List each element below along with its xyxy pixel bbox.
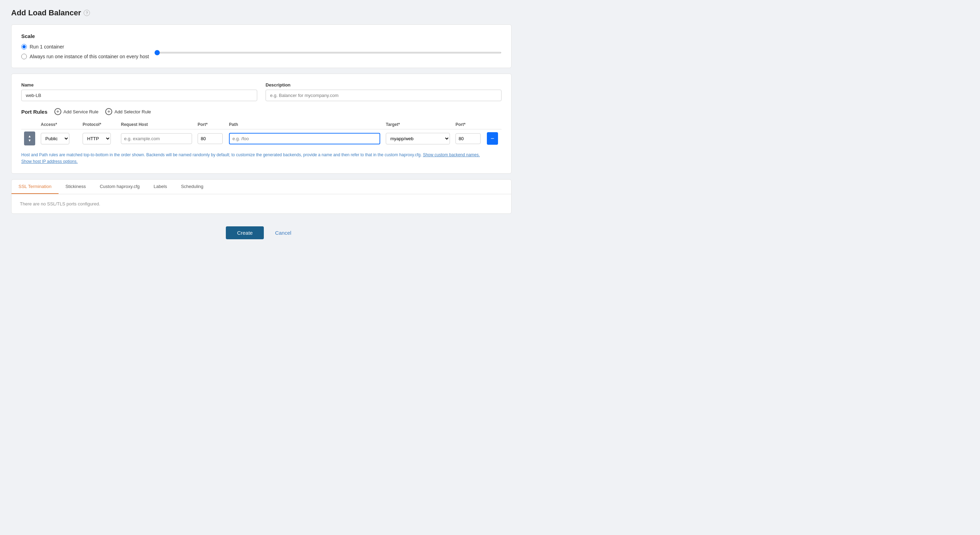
reorder-cell: ▲ ▼ xyxy=(21,129,38,148)
create-button[interactable]: Create xyxy=(226,226,264,239)
arrow-down-icon: ▼ xyxy=(28,139,31,142)
target-select-wrap: myapp/web xyxy=(386,133,450,144)
tab-haproxy-label: Custom haproxy.cfg xyxy=(100,184,140,189)
col-host-header: Request Host xyxy=(118,120,195,129)
port-rules-table: Access* Protocol* Request Host Port* Pat… xyxy=(21,120,501,147)
show-host-ip-link[interactable]: Show host IP address options. xyxy=(21,158,501,165)
name-input[interactable] xyxy=(21,89,257,101)
description-label: Description xyxy=(266,82,501,88)
port-rules-header: Port Rules + Add Service Rule + Add Sele… xyxy=(21,108,501,115)
remove-rule-button[interactable]: − xyxy=(487,132,498,145)
scale-radio-everyhost[interactable] xyxy=(21,54,27,59)
page-title: Add Load Balancer xyxy=(11,8,81,18)
scale-label-everyhost: Always run one instance of this containe… xyxy=(30,54,149,59)
col-protocol-header: Protocol* xyxy=(80,120,118,129)
tab-scheduling-label: Scheduling xyxy=(181,184,203,189)
target-port-cell xyxy=(453,129,484,148)
path-input[interactable] xyxy=(229,133,380,144)
scale-slider[interactable] xyxy=(154,52,501,53)
col-path-header: Path xyxy=(226,120,383,129)
col-remove-header xyxy=(484,120,501,129)
name-group: Name xyxy=(21,82,257,101)
tab-labels-label: Labels xyxy=(154,184,167,189)
description-group: Description xyxy=(266,82,501,101)
show-custom-backend-link[interactable]: Show custom backend names. xyxy=(423,152,480,157)
port-input[interactable] xyxy=(197,133,223,144)
host-cell xyxy=(118,129,195,148)
tab-custom-haproxy[interactable]: Custom haproxy.cfg xyxy=(93,180,147,194)
port-rules-title: Port Rules xyxy=(21,109,48,115)
arrow-up-icon: ▲ xyxy=(28,135,31,138)
scale-radio-run1[interactable] xyxy=(21,44,27,50)
ssl-empty-message: There are no SSL/TLS ports configured. xyxy=(20,201,100,206)
cancel-button[interactable]: Cancel xyxy=(269,226,297,239)
access-select[interactable]: Public Private Internal xyxy=(41,133,69,144)
col-reorder xyxy=(21,120,38,129)
tabs-section: SSL Termination Stickiness Custom haprox… xyxy=(11,179,512,214)
target-select[interactable]: myapp/web xyxy=(386,133,450,144)
target-port-input[interactable] xyxy=(455,133,480,144)
tab-ssl-label: SSL Termination xyxy=(19,184,52,189)
tab-labels[interactable]: Labels xyxy=(147,180,174,194)
col-port-header: Port* xyxy=(195,120,226,129)
name-description-card: Name Description Port Rules + Add Servic… xyxy=(11,73,512,174)
add-service-rule-button[interactable]: + Add Service Rule xyxy=(54,108,98,115)
show-host-ip-text: Show host IP address options. xyxy=(21,159,78,164)
access-cell: Public Private Internal xyxy=(38,129,80,148)
add-selector-rule-label: Add Selector Rule xyxy=(114,109,151,114)
table-row: ▲ ▼ Public Private Internal HTTP xyxy=(21,129,501,148)
col-target-header: Target* xyxy=(383,120,453,129)
description-input[interactable] xyxy=(266,89,501,101)
protocol-cell: HTTP HTTPS TCP xyxy=(80,129,118,148)
scale-option-everyhost[interactable]: Always run one instance of this containe… xyxy=(21,54,149,59)
tab-stickiness-label: Stickiness xyxy=(65,184,86,189)
col-access-header: Access* xyxy=(38,120,80,129)
tab-ssl-termination[interactable]: SSL Termination xyxy=(11,180,59,194)
name-label: Name xyxy=(21,82,257,88)
scale-section-title: Scale xyxy=(21,33,501,39)
help-icon[interactable]: ? xyxy=(84,10,90,16)
remove-cell: − xyxy=(484,129,501,148)
port-cell xyxy=(195,129,226,148)
tabs-bar: SSL Termination Stickiness Custom haprox… xyxy=(11,180,511,194)
add-service-plus-icon: + xyxy=(54,108,61,115)
info-text-content: Host and Path rules are matched top-to-b… xyxy=(21,152,422,157)
scale-label-run1: Run 1 container xyxy=(30,44,64,50)
tab-scheduling[interactable]: Scheduling xyxy=(174,180,210,194)
tab-stickiness[interactable]: Stickiness xyxy=(59,180,93,194)
protocol-select[interactable]: HTTP HTTPS TCP xyxy=(83,133,111,144)
port-rules-info: Host and Path rules are matched top-to-b… xyxy=(21,152,501,165)
col-target-port-header: Port* xyxy=(453,120,484,129)
add-service-rule-label: Add Service Rule xyxy=(64,109,98,114)
scale-option-run1[interactable]: Run 1 container xyxy=(21,44,149,50)
add-selector-plus-icon: + xyxy=(105,108,112,115)
tab-ssl-content: There are no SSL/TLS ports configured. xyxy=(11,194,511,214)
path-cell xyxy=(226,129,383,148)
scale-card: Scale Run 1 container Always run one ins… xyxy=(11,24,512,68)
add-selector-rule-button[interactable]: + Add Selector Rule xyxy=(105,108,151,115)
request-host-input[interactable] xyxy=(121,133,192,144)
footer-actions: Create Cancel xyxy=(11,221,512,242)
reorder-buttons[interactable]: ▲ ▼ xyxy=(24,131,35,145)
target-cell: myapp/web xyxy=(383,129,453,148)
